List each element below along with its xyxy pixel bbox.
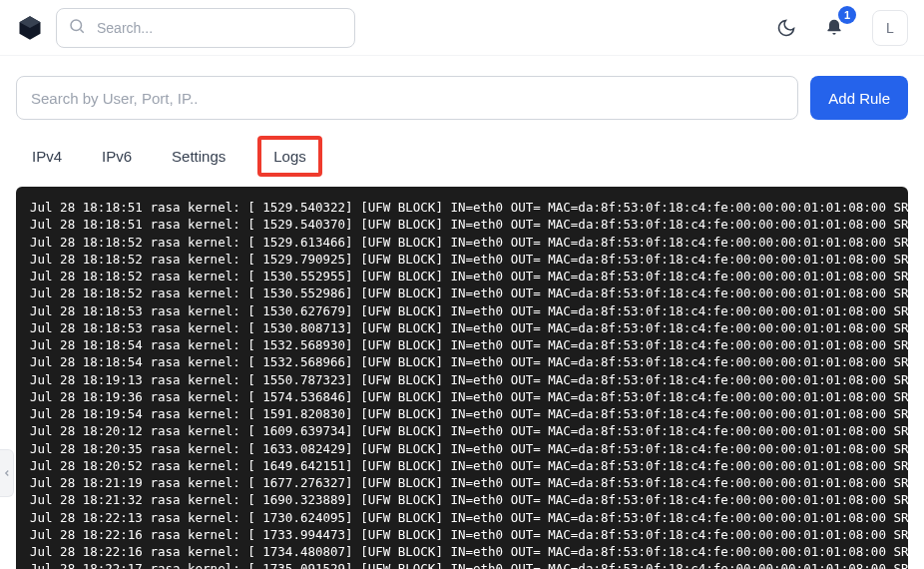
theme-toggle[interactable] [768, 10, 804, 46]
global-search [56, 8, 355, 48]
log-line: Jul 28 18:18:54 rasa kernel: [ 1532.5689… [30, 336, 894, 353]
log-line: Jul 28 18:18:52 rasa kernel: [ 1530.5529… [30, 268, 894, 284]
tab-logs[interactable]: Logs [259, 138, 320, 175]
log-line: Jul 28 18:21:32 rasa kernel: [ 1690.3238… [30, 491, 894, 508]
notifications-button[interactable]: 1 [816, 10, 852, 46]
svg-line-1 [80, 29, 83, 32]
log-line: Jul 28 18:18:52 rasa kernel: [ 1530.5529… [30, 284, 894, 301]
tabs: IPv4 IPv6 Settings Logs [0, 132, 924, 175]
notification-badge: 1 [838, 6, 856, 24]
log-line: Jul 28 18:22:16 rasa kernel: [ 1733.9944… [30, 526, 894, 543]
log-line: Jul 28 18:20:35 rasa kernel: [ 1633.0824… [30, 440, 894, 457]
log-line: Jul 28 18:19:36 rasa kernel: [ 1574.5368… [30, 388, 894, 405]
tab-ipv4[interactable]: IPv4 [26, 138, 68, 175]
top-nav: 1 L [0, 0, 924, 56]
log-line: Jul 28 18:18:51 rasa kernel: [ 1529.5403… [30, 216, 894, 233]
toolbar: Add Rule [0, 56, 924, 132]
log-line: Jul 28 18:20:52 rasa kernel: [ 1649.6421… [30, 457, 894, 474]
log-line: Jul 28 18:18:54 rasa kernel: [ 1532.5689… [30, 353, 894, 370]
log-line: Jul 28 18:22:16 rasa kernel: [ 1734.4808… [30, 543, 894, 560]
filter-input[interactable] [16, 76, 798, 120]
tab-settings[interactable]: Settings [166, 138, 231, 175]
user-avatar[interactable]: L [872, 10, 908, 46]
log-line: Jul 28 18:22:13 rasa kernel: [ 1730.6240… [30, 509, 894, 526]
log-line: Jul 28 18:19:13 rasa kernel: [ 1550.7873… [30, 371, 894, 388]
log-line: Jul 28 18:21:19 rasa kernel: [ 1677.2763… [30, 474, 894, 491]
log-line: Jul 28 18:18:51 rasa kernel: [ 1529.5403… [30, 199, 894, 216]
log-line: Jul 28 18:22:17 rasa kernel: [ 1735.0915… [30, 560, 894, 569]
log-line: Jul 28 18:18:52 rasa kernel: [ 1529.6134… [30, 234, 894, 251]
log-line: Jul 28 18:18:52 rasa kernel: [ 1529.7909… [30, 251, 894, 268]
log-line: Jul 28 18:18:53 rasa kernel: [ 1530.6276… [30, 302, 894, 319]
side-drawer-toggle[interactable] [0, 449, 14, 497]
log-line: Jul 28 18:20:12 rasa kernel: [ 1609.6397… [30, 422, 894, 439]
search-icon [68, 17, 86, 39]
log-line: Jul 28 18:18:53 rasa kernel: [ 1530.8087… [30, 319, 894, 336]
add-rule-button[interactable]: Add Rule [810, 76, 908, 120]
svg-point-0 [71, 20, 82, 31]
log-output[interactable]: Jul 28 18:18:51 rasa kernel: [ 1529.5403… [16, 187, 908, 569]
global-search-input[interactable] [56, 8, 355, 48]
app-logo[interactable] [16, 14, 44, 42]
log-line: Jul 28 18:19:54 rasa kernel: [ 1591.8208… [30, 405, 894, 422]
tab-ipv6[interactable]: IPv6 [96, 138, 138, 175]
